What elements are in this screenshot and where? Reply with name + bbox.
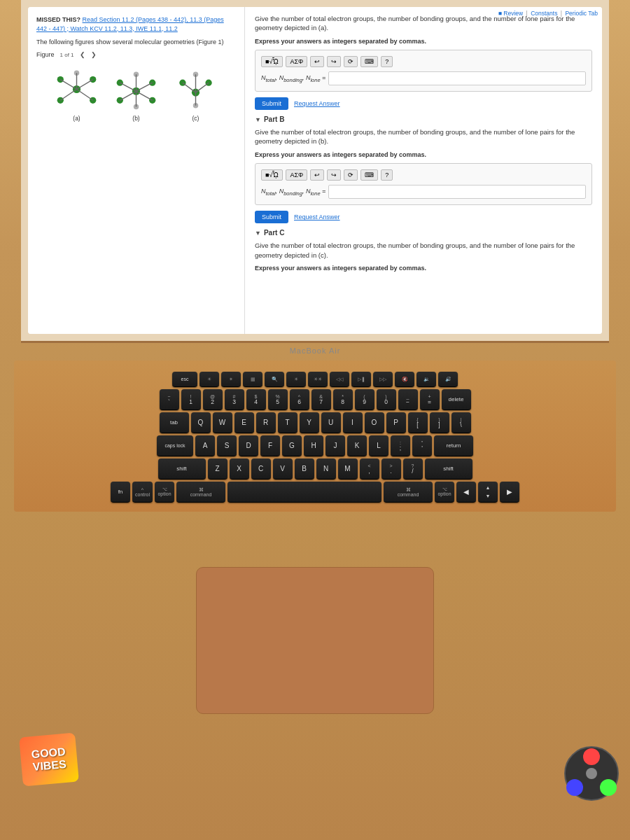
toolbar-reset-btn[interactable]: ⟳ bbox=[344, 56, 358, 67]
key-return[interactable]: return bbox=[434, 435, 473, 456]
key-lbracket[interactable]: {[ bbox=[408, 412, 428, 433]
key-esc[interactable]: esc bbox=[172, 372, 197, 387]
part-a-submit[interactable]: Submit bbox=[255, 97, 288, 110]
key-t[interactable]: T bbox=[278, 412, 298, 433]
key-y[interactable]: Y bbox=[300, 412, 319, 433]
key-semicolon[interactable]: :; bbox=[391, 435, 410, 456]
key-f9[interactable]: ▷▷ bbox=[373, 372, 393, 387]
key-q[interactable]: Q bbox=[191, 412, 211, 433]
key-v[interactable]: V bbox=[273, 458, 293, 479]
key-n[interactable]: N bbox=[316, 458, 336, 479]
key-l[interactable]: L bbox=[369, 435, 388, 456]
key-slash[interactable]: ?/ bbox=[403, 458, 423, 479]
key-left[interactable]: ◀ bbox=[456, 482, 476, 503]
key-loption[interactable]: ⌥option bbox=[155, 482, 174, 503]
key-o[interactable]: O bbox=[365, 412, 384, 433]
toolbar-redo-btn[interactable]: ↪ bbox=[327, 56, 341, 67]
key-capslock[interactable]: caps lock bbox=[157, 435, 193, 456]
figure-nav-arrow-left[interactable]: ❮ bbox=[80, 51, 85, 58]
key-comma[interactable]: <, bbox=[360, 458, 379, 479]
key-updown[interactable]: ▲ ▼ bbox=[478, 482, 498, 503]
key-0[interactable]: )0 bbox=[377, 389, 396, 410]
toolbar-symbol-btn[interactable]: ■√ᾯ bbox=[261, 56, 283, 67]
toolbar-help-btn[interactable]: ? bbox=[381, 56, 393, 67]
key-m[interactable]: M bbox=[338, 458, 358, 479]
key-h[interactable]: H bbox=[304, 435, 323, 456]
key-right[interactable]: ▶ bbox=[500, 482, 519, 503]
periodic-table-link[interactable]: Periodic Tab bbox=[565, 10, 598, 17]
key-6[interactable]: ^6 bbox=[290, 389, 309, 410]
key-backtick[interactable]: ~` bbox=[160, 389, 179, 410]
part-b-keyboard-btn[interactable]: ⌨ bbox=[360, 169, 378, 181]
toolbar-ase-btn[interactable]: ΑΣΦ bbox=[286, 56, 307, 67]
key-f[interactable]: F bbox=[260, 435, 280, 456]
key-rcommand[interactable]: ⌘command bbox=[384, 482, 433, 503]
key-u[interactable]: U bbox=[321, 412, 341, 433]
part-b-symbol-btn[interactable]: ■√ᾯ bbox=[261, 169, 283, 181]
key-i[interactable]: I bbox=[343, 412, 363, 433]
part-b-submit[interactable]: Submit bbox=[255, 211, 288, 223]
key-x[interactable]: X bbox=[230, 458, 249, 479]
key-3[interactable]: #3 bbox=[225, 389, 244, 410]
part-b-ase-btn[interactable]: ΑΣΦ bbox=[286, 169, 307, 181]
key-1[interactable]: !1 bbox=[181, 389, 201, 410]
key-f1[interactable]: ☀ bbox=[200, 372, 219, 387]
key-f2[interactable]: ✶ bbox=[221, 372, 241, 387]
key-f7[interactable]: ◁◁ bbox=[330, 372, 349, 387]
key-8[interactable]: *8 bbox=[333, 389, 353, 410]
constants-link[interactable]: Constants bbox=[531, 10, 557, 17]
key-tab[interactable]: tab bbox=[160, 412, 189, 433]
key-f4[interactable]: 🔍 bbox=[265, 372, 284, 387]
key-f12[interactable]: 🔊 bbox=[438, 372, 458, 387]
key-f5[interactable]: ☀ bbox=[286, 372, 306, 387]
key-rbracket[interactable]: }] bbox=[430, 412, 449, 433]
key-f8[interactable]: ▷❚ bbox=[351, 372, 371, 387]
key-e[interactable]: E bbox=[234, 412, 254, 433]
key-f6[interactable]: ☀☀ bbox=[308, 372, 328, 387]
key-4[interactable]: $4 bbox=[246, 389, 266, 410]
key-lcommand[interactable]: ⌘command bbox=[176, 482, 225, 503]
key-j[interactable]: J bbox=[326, 435, 345, 456]
key-9[interactable]: (9 bbox=[355, 389, 374, 410]
key-space[interactable] bbox=[227, 482, 382, 503]
part-b-input[interactable] bbox=[328, 185, 586, 199]
key-rshift[interactable]: shift bbox=[425, 458, 472, 479]
part-b-undo-btn[interactable]: ↩ bbox=[310, 169, 324, 181]
key-f3[interactable]: ▦ bbox=[243, 372, 262, 387]
part-a-request[interactable]: Request Answer bbox=[294, 97, 340, 110]
figure-nav-arrow-right[interactable]: ❯ bbox=[91, 51, 97, 58]
key-p[interactable]: P bbox=[386, 412, 406, 433]
part-b-redo-btn[interactable]: ↪ bbox=[327, 169, 341, 181]
key-s[interactable]: S bbox=[217, 435, 237, 456]
key-r[interactable]: R bbox=[256, 412, 276, 433]
part-b-reset-btn[interactable]: ⟳ bbox=[344, 169, 358, 181]
review-link[interactable]: ■ Review bbox=[498, 10, 523, 17]
part-b-request[interactable]: Request Answer bbox=[294, 211, 340, 223]
toolbar-keyboard-btn[interactable]: ⌨ bbox=[360, 56, 378, 67]
key-lshift[interactable]: shift bbox=[158, 458, 206, 479]
key-roption[interactable]: ⌥option bbox=[435, 482, 454, 503]
key-b[interactable]: B bbox=[295, 458, 314, 479]
key-a[interactable]: A bbox=[195, 435, 215, 456]
key-z[interactable]: Z bbox=[208, 458, 227, 479]
toolbar-undo-btn[interactable]: ↩ bbox=[310, 56, 324, 67]
key-d[interactable]: D bbox=[239, 435, 258, 456]
part-b-help-btn[interactable]: ? bbox=[381, 169, 393, 181]
trackpad[interactable] bbox=[196, 567, 434, 714]
key-w[interactable]: W bbox=[213, 412, 232, 433]
key-5[interactable]: %5 bbox=[268, 389, 288, 410]
part-a-input[interactable] bbox=[328, 71, 586, 85]
key-control[interactable]: ^control bbox=[132, 482, 153, 503]
key-k[interactable]: K bbox=[347, 435, 367, 456]
key-backslash[interactable]: |\ bbox=[451, 412, 471, 433]
key-fn[interactable]: fn bbox=[111, 482, 130, 503]
key-g[interactable]: G bbox=[282, 435, 302, 456]
key-period[interactable]: >. bbox=[382, 458, 401, 479]
key-equals[interactable]: += bbox=[420, 389, 440, 410]
key-minus[interactable]: _− bbox=[398, 389, 418, 410]
key-2[interactable]: @2 bbox=[203, 389, 223, 410]
key-7[interactable]: &7 bbox=[312, 389, 331, 410]
key-f10[interactable]: 🔇 bbox=[395, 372, 414, 387]
key-delete[interactable]: delete bbox=[442, 389, 471, 410]
key-c[interactable]: C bbox=[251, 458, 271, 479]
